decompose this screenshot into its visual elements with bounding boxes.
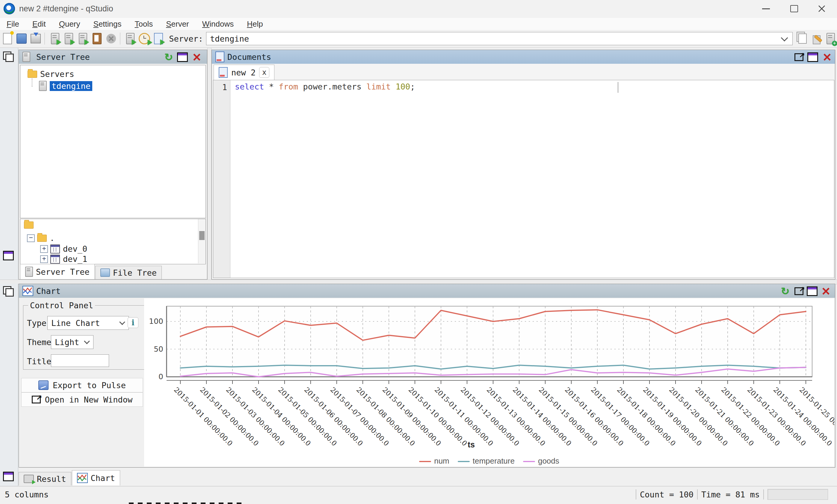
close-panel-button[interactable] <box>822 52 833 62</box>
send-query-button[interactable] <box>124 32 137 45</box>
documents-icon <box>215 52 225 62</box>
execute-query-button[interactable] <box>49 32 61 45</box>
copy-button[interactable] <box>796 32 809 45</box>
execute-line-icon <box>65 33 73 44</box>
chart-tab[interactable]: Chart <box>72 470 120 485</box>
minimize-button[interactable] <box>756 0 776 17</box>
menu-server[interactable]: Server <box>159 19 196 29</box>
close-panel-button[interactable] <box>820 286 831 297</box>
menu-query[interactable]: Query <box>52 19 87 29</box>
tree-node-label: . <box>50 234 55 243</box>
sql-editor[interactable]: 1 select * from power.meters limit 100; <box>213 80 834 278</box>
edit-server-button[interactable] <box>811 32 823 45</box>
refresh-button[interactable]: ↻ <box>780 286 790 297</box>
open-file-button[interactable] <box>15 32 28 45</box>
tree-node-tdengine[interactable]: tdengine <box>39 81 92 91</box>
theme-select[interactable]: Light <box>51 335 93 349</box>
maximize-panel-button[interactable] <box>177 52 188 62</box>
run-script-button[interactable] <box>152 32 165 45</box>
menu-edit[interactable]: Edit <box>26 19 52 29</box>
run-script-icon <box>154 33 163 44</box>
tree-node-dev0[interactable]: + dev_0 <box>40 244 87 254</box>
x-axis-title: ts <box>468 440 475 450</box>
edit-server-icon <box>812 34 821 43</box>
close-button[interactable] <box>812 0 832 17</box>
refresh-icon: ↻ <box>164 53 173 62</box>
close-panel-button[interactable] <box>192 52 202 62</box>
menu-file[interactable]: File <box>0 19 26 29</box>
columns-status: 5 columns <box>5 490 49 499</box>
popout-icon: ↗ <box>795 53 803 61</box>
folder-icon <box>37 235 47 242</box>
collapse-icon[interactable]: − <box>27 234 35 242</box>
close-tab-button[interactable]: x <box>259 67 269 78</box>
open-in-new-window-button[interactable]: ↗ Open in New Window <box>21 392 143 407</box>
line-chart: 2015-01-01 00:00:00.02015-01-02 00:00:00… <box>144 298 834 467</box>
result-tab[interactable]: Result <box>19 472 71 485</box>
tab-label: File Tree <box>113 268 157 277</box>
scrollbar[interactable] <box>198 219 206 263</box>
vertical-splitter[interactable] <box>207 48 212 280</box>
tree-node-label: Servers <box>40 70 74 79</box>
add-server-button[interactable]: + <box>824 32 837 45</box>
maximize-panel-icon <box>177 52 188 62</box>
editor-gutter: 1 <box>213 80 230 278</box>
server-tree-tab[interactable]: Server Tree <box>20 264 95 279</box>
menu-help[interactable]: Help <box>240 19 269 29</box>
chevron-down-icon <box>119 319 125 325</box>
scrollbar-thumb[interactable] <box>199 231 204 240</box>
menu-tools[interactable]: Tools <box>128 19 159 29</box>
left-dock-strip-bottom <box>0 284 18 486</box>
drive-icon <box>100 268 110 277</box>
expand-icon[interactable]: + <box>40 255 48 263</box>
maximize-button[interactable] <box>784 0 804 17</box>
refresh-button[interactable]: ↻ <box>163 52 174 62</box>
control-panel-legend: Control Panel <box>28 301 95 310</box>
export-to-pulse-button[interactable]: Export to Pulse <box>21 378 143 392</box>
popout-button[interactable]: ↗ <box>794 52 804 62</box>
tree-node-dot[interactable]: − . <box>27 234 55 243</box>
y-axis-label: 0 <box>146 372 163 381</box>
clipboard-button[interactable] <box>91 32 104 45</box>
chevron-down-icon <box>781 34 788 41</box>
menu-settings[interactable]: Settings <box>87 19 128 29</box>
document-tab-new2[interactable]: new 2 x <box>214 64 274 80</box>
dock-restore-icon[interactable] <box>3 286 14 297</box>
type-select[interactable]: Line Chart <box>47 316 129 330</box>
title-input[interactable] <box>51 354 109 367</box>
tree-node-servers[interactable]: Servers <box>28 70 74 79</box>
expand-icon[interactable]: + <box>40 245 48 253</box>
tree-node-root-folder[interactable] <box>24 222 37 229</box>
code-token: from <box>279 82 298 91</box>
popout-button[interactable]: ↗ <box>794 286 804 297</box>
save-button[interactable] <box>29 32 42 45</box>
document-tabs: new 2 x <box>214 64 275 80</box>
new-document-button[interactable] <box>1 32 14 45</box>
dock-window-icon[interactable] <box>3 251 14 262</box>
file-tree-tab[interactable]: File Tree <box>95 266 162 279</box>
dock-window-icon[interactable] <box>3 472 14 483</box>
dock-restore-icon[interactable] <box>3 52 14 62</box>
toolbar-separator <box>44 33 45 44</box>
legend-label: num <box>434 456 449 465</box>
maximize-panel-button[interactable] <box>807 286 818 297</box>
execute-line-button[interactable] <box>63 32 75 45</box>
button-label: Export to Pulse <box>53 381 126 390</box>
maximize-panel-icon <box>807 286 818 296</box>
file-table-tree: − . + dev_0 + dev_1 <box>20 219 206 264</box>
stop-query-button[interactable] <box>105 32 118 45</box>
execute-selection-button[interactable] <box>77 32 90 45</box>
maximize-panel-button[interactable] <box>807 52 818 62</box>
execute-selection-icon <box>79 33 87 44</box>
tree-node-dev1[interactable]: + dev_1 <box>40 255 87 264</box>
server-combobox[interactable]: tdengine <box>206 32 793 45</box>
tree-node-label: dev_0 <box>63 244 87 254</box>
chart-info-button[interactable]: i <box>128 317 138 328</box>
minimize-icon <box>762 8 770 9</box>
execute-query-icon <box>51 33 59 44</box>
chart-title: Chart <box>36 286 60 296</box>
chart-legend: numtemperaturegoods <box>144 456 834 466</box>
menu-windows[interactable]: Windows <box>196 19 240 29</box>
type-select-value: Line Chart <box>51 318 100 328</box>
schedule-query-button[interactable] <box>138 32 151 45</box>
